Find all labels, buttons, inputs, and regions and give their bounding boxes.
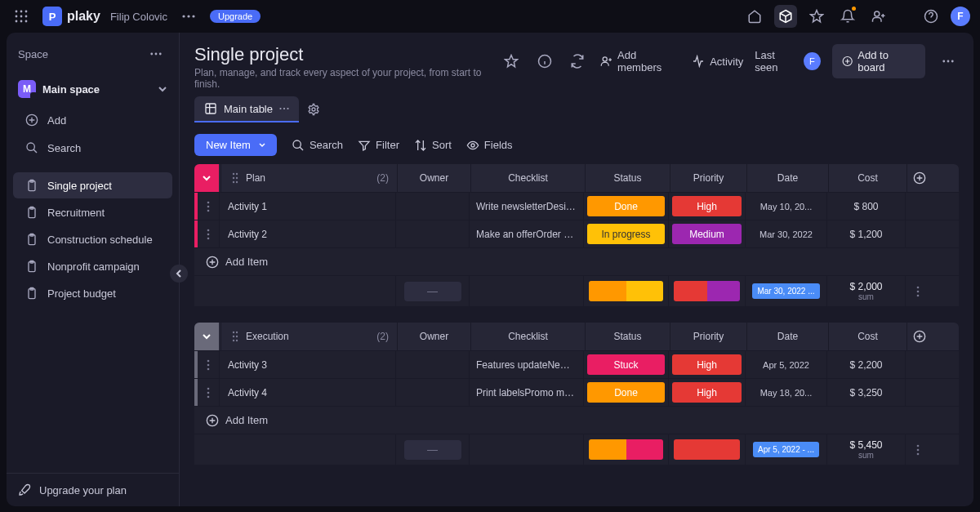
summary-owner[interactable]: — (395, 434, 469, 465)
space-selector[interactable]: M Main space (7, 75, 179, 106)
main-table-tab[interactable]: Main table (194, 96, 299, 121)
bell-icon[interactable] (836, 5, 859, 28)
row-drag-icon[interactable] (198, 220, 219, 247)
cell-cost[interactable]: $ 800 (826, 193, 905, 220)
toolbar-fields[interactable]: Fields (466, 139, 513, 152)
tab-more-icon[interactable] (279, 107, 289, 110)
cell-checklist[interactable]: Make an offerOrder new l... (469, 220, 583, 247)
summary-owner[interactable]: — (395, 276, 469, 306)
star-outline-icon[interactable] (501, 50, 523, 73)
summary-status[interactable] (583, 434, 668, 465)
board-more-icon[interactable] (937, 50, 959, 73)
sidebar-item-board[interactable]: Single project (13, 172, 172, 198)
cell-checklist[interactable]: Write newsletterDesign r... (469, 193, 583, 220)
sidebar-add[interactable]: Add (13, 107, 172, 133)
cell-status[interactable]: Stuck (583, 351, 668, 378)
cell-priority[interactable]: High (668, 193, 745, 220)
user-avatar[interactable]: F (951, 7, 970, 26)
summary-priority[interactable] (668, 434, 745, 465)
home-icon[interactable] (743, 5, 766, 28)
summary-date[interactable]: Mar 30, 2022 ... (745, 276, 826, 306)
cell-date[interactable]: Mar 30, 2022 (745, 220, 826, 247)
star-icon[interactable] (805, 5, 828, 28)
cell-name[interactable]: Activity 3 (219, 351, 395, 378)
drag-handle-icon[interactable] (229, 172, 241, 184)
drag-handle-icon[interactable] (229, 331, 241, 342)
cell-status[interactable]: Done (583, 379, 668, 406)
package-icon[interactable] (774, 5, 797, 28)
summary-more-icon[interactable] (905, 276, 929, 306)
add-to-board-button[interactable]: Add to board (832, 44, 925, 78)
upgrade-plan[interactable]: Upgrade your plan (7, 473, 179, 506)
group-name-cell[interactable]: Execution(2) (220, 323, 397, 350)
cell-name[interactable]: Activity 4 (219, 379, 395, 406)
info-icon[interactable] (533, 50, 555, 73)
new-item-button[interactable]: New Item (194, 134, 277, 156)
cell-cost[interactable]: $ 1,200 (826, 220, 905, 247)
cell-status[interactable]: In progress (583, 220, 668, 247)
summary-priority[interactable] (668, 276, 745, 306)
upgrade-badge[interactable]: Upgrade (210, 10, 261, 23)
group-name-cell[interactable]: Plan(2) (220, 164, 397, 192)
column-header-owner[interactable]: Owner (397, 164, 470, 192)
toolbar-filter[interactable]: Filter (358, 139, 399, 152)
collapse-sidebar-icon[interactable] (170, 265, 188, 283)
sidebar-item-board[interactable]: Construction schedule (13, 226, 172, 252)
cell-date[interactable]: Apr 5, 2022 (745, 351, 826, 378)
cell-status[interactable]: Done (583, 193, 668, 220)
collapse-group-icon[interactable] (194, 164, 219, 192)
cell-owner[interactable] (395, 351, 469, 378)
summary-date[interactable]: Apr 5, 2022 - ... (745, 434, 826, 465)
cell-cost[interactable]: $ 2,200 (826, 351, 905, 378)
column-header-cost[interactable]: Cost (828, 164, 906, 192)
summary-more-icon[interactable] (905, 434, 929, 465)
summary-cost[interactable]: $ 2,000sum (826, 276, 905, 306)
last-seen[interactable]: Last seen F (755, 49, 821, 73)
table-row[interactable]: Activity 3 Features updateNew tec... Stu… (194, 350, 959, 378)
cell-checklist[interactable]: Features updateNew tec... (469, 351, 583, 378)
add-members-button[interactable]: Add members (600, 49, 680, 73)
invite-icon[interactable] (867, 5, 890, 28)
sidebar-item-board[interactable]: Recruitment (13, 199, 172, 225)
column-header-owner[interactable]: Owner (397, 323, 470, 350)
sidebar-more-icon[interactable] (145, 42, 167, 65)
column-header-date[interactable]: Date (746, 164, 828, 192)
cell-cost[interactable]: $ 3,250 (826, 379, 905, 406)
column-header-date[interactable]: Date (746, 323, 828, 350)
column-header-priority[interactable]: Priority (670, 164, 746, 192)
cell-owner[interactable] (395, 193, 469, 220)
table-row[interactable]: Activity 2 Make an offerOrder new l... I… (194, 220, 959, 247)
collapse-group-icon[interactable] (194, 323, 219, 350)
cell-priority[interactable]: High (668, 351, 745, 378)
add-column-icon[interactable] (906, 323, 931, 350)
cell-priority[interactable]: Medium (668, 220, 745, 247)
cell-name[interactable]: Activity 2 (219, 220, 395, 247)
cell-date[interactable]: May 18, 20... (745, 379, 826, 406)
more-icon[interactable] (177, 5, 200, 28)
summary-cost[interactable]: $ 5,450sum (826, 434, 905, 465)
row-drag-icon[interactable] (198, 193, 219, 220)
column-header-status[interactable]: Status (585, 164, 670, 192)
apps-grid-icon[interactable] (10, 5, 33, 28)
cell-priority[interactable]: High (668, 379, 745, 406)
column-header-checklist[interactable]: Checklist (470, 323, 585, 350)
toolbar-sort[interactable]: Sort (414, 139, 452, 152)
cell-checklist[interactable]: Print labelsPromo materi... (469, 379, 583, 406)
sidebar-search[interactable]: Search (13, 135, 172, 161)
cell-owner[interactable] (395, 220, 469, 247)
help-icon[interactable] (920, 5, 942, 28)
column-header-checklist[interactable]: Checklist (470, 164, 585, 192)
sidebar-item-board[interactable]: Project budget (13, 280, 172, 306)
cell-owner[interactable] (395, 379, 469, 406)
summary-status[interactable] (583, 276, 668, 306)
cell-name[interactable]: Activity 1 (219, 193, 395, 220)
row-drag-icon[interactable] (198, 379, 219, 406)
column-header-status[interactable]: Status (585, 323, 670, 350)
cell-date[interactable]: May 10, 20... (745, 193, 826, 220)
add-item-row[interactable]: Add Item (194, 247, 959, 275)
column-header-cost[interactable]: Cost (828, 323, 906, 350)
add-column-icon[interactable] (906, 164, 931, 192)
table-row[interactable]: Activity 4 Print labelsPromo materi... D… (194, 378, 959, 406)
automation-icon[interactable] (567, 50, 589, 73)
current-user-name[interactable]: Filip Colovic (110, 11, 167, 23)
